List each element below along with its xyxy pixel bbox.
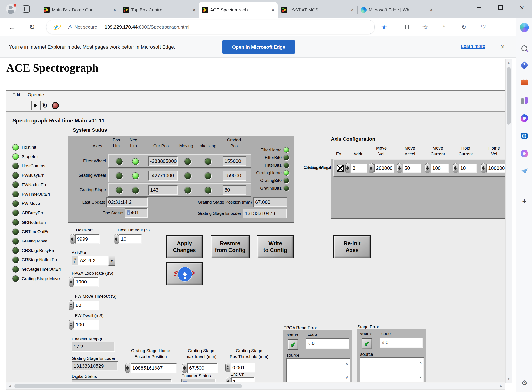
move-vel-spinner[interactable] bbox=[369, 163, 374, 173]
move-current-spinner[interactable] bbox=[425, 163, 430, 173]
tab-top-box-control[interactable]: Top Box Control × bbox=[120, 2, 199, 18]
error-source-box[interactable]: ∧ ∨ bbox=[360, 357, 424, 382]
add-sidebar-item-icon[interactable]: + bbox=[519, 196, 529, 206]
error-source-box[interactable]: ∧ ∨ bbox=[286, 358, 350, 382]
addr-field[interactable]: 3 bbox=[351, 164, 367, 173]
scroll-up-arrow[interactable]: ▲ bbox=[506, 61, 512, 64]
microsoft-365-icon[interactable] bbox=[519, 113, 529, 123]
tab-close-icon[interactable]: × bbox=[271, 7, 275, 13]
abort-button[interactable] bbox=[51, 101, 60, 110]
drop-icon[interactable] bbox=[519, 166, 529, 176]
vertical-scrollbar[interactable]: ▲ ▼ bbox=[505, 59, 512, 383]
toolbox-icon[interactable] bbox=[519, 78, 529, 88]
stop-button[interactable]: STOP bbox=[166, 262, 203, 285]
split-screen-icon[interactable] bbox=[402, 23, 410, 31]
horizontal-scrollbar-thumb[interactable] bbox=[14, 384, 242, 388]
write-to-config-button[interactable]: Write to Config bbox=[257, 235, 294, 258]
restore-from-config-button[interactable]: Restore from Config bbox=[211, 235, 250, 258]
move-accel-spinner[interactable] bbox=[397, 163, 402, 173]
apply-changes-button[interactable]: Apply Changes bbox=[166, 235, 203, 258]
banner-close-button[interactable]: × bbox=[497, 42, 508, 52]
tab-ace-spectrograph[interactable]: ACE Spectrograph × bbox=[199, 2, 278, 18]
settings-gear-icon[interactable]: ⚙ bbox=[519, 378, 529, 388]
favorite-star-icon[interactable]: ★ bbox=[380, 23, 388, 31]
axis-port-value[interactable]: ASRL2: bbox=[78, 256, 108, 266]
scroll-up-icon[interactable]: ∧ bbox=[419, 360, 422, 365]
address-bar[interactable]: e ⚠ Not secure 139.229.170.44:8000/Spect… bbox=[46, 20, 375, 34]
move-vel-field[interactable]: 200000 bbox=[374, 164, 394, 173]
scroll-down-icon[interactable]: ∨ bbox=[346, 375, 348, 380]
copilot-icon[interactable] bbox=[519, 23, 529, 33]
fpga-loop-rate-field[interactable]: 1000 bbox=[74, 277, 98, 287]
new-tab-button[interactable]: + bbox=[438, 5, 447, 14]
enc-ch-spinner[interactable] bbox=[226, 377, 231, 382]
run-continuous-button[interactable]: ↻ bbox=[40, 101, 49, 110]
shopping-icon[interactable] bbox=[519, 60, 529, 70]
host-timeout-field[interactable]: 10 bbox=[119, 234, 142, 244]
move-current-field[interactable]: 100 bbox=[431, 164, 449, 173]
games-icon[interactable] bbox=[519, 96, 529, 106]
gs-pos-threshold-spinner[interactable] bbox=[225, 363, 230, 372]
tab-close-icon[interactable]: × bbox=[193, 7, 196, 13]
tab-close-icon[interactable]: × bbox=[351, 7, 354, 13]
tab-main-box-dome[interactable]: Main Box Dome Con × bbox=[41, 2, 119, 18]
gs-home-encoder-spinner[interactable] bbox=[125, 363, 130, 373]
host-port-spinner[interactable] bbox=[70, 234, 75, 244]
run-button[interactable] bbox=[31, 101, 40, 110]
scroll-down-arrow[interactable]: ▼ bbox=[506, 377, 512, 381]
scroll-up-icon[interactable]: ∧ bbox=[346, 361, 348, 366]
browser-essentials-icon[interactable]: ♡ bbox=[479, 23, 487, 31]
tab-actions-icon[interactable] bbox=[23, 5, 30, 13]
gs-home-encoder-field[interactable]: 10885161687 bbox=[131, 363, 177, 373]
favorites-icon[interactable]: ☆ bbox=[421, 23, 429, 31]
fw-move-timeout-spinner[interactable] bbox=[69, 300, 74, 310]
en-checkbox[interactable] bbox=[337, 165, 344, 172]
error-code-field[interactable]: d0 bbox=[306, 338, 349, 348]
error-code-field[interactable]: d0 bbox=[380, 337, 423, 347]
collections-icon[interactable] bbox=[441, 23, 449, 31]
reinit-axes-button[interactable]: Re-Init Axes bbox=[333, 235, 371, 258]
learn-more-link[interactable]: Learn more bbox=[461, 43, 485, 49]
scroll-left-arrow[interactable]: ◀ bbox=[8, 384, 12, 388]
scroll-down-icon[interactable]: ∨ bbox=[419, 374, 422, 379]
security-label[interactable]: Not secure bbox=[74, 24, 97, 30]
fpga-loop-rate-spinner[interactable] bbox=[69, 277, 74, 287]
hold-current-field[interactable]: 10 bbox=[459, 164, 477, 173]
axis-port-combo[interactable]: I/O ASRL2: ▼ bbox=[72, 256, 115, 266]
gs-max-travel-field[interactable]: 67.500 bbox=[187, 363, 217, 373]
addr-spinner[interactable] bbox=[345, 163, 350, 173]
refresh-button[interactable]: ↻ bbox=[27, 22, 38, 33]
tab-microsoft-edge[interactable]: Microsoft Edge | Wh × bbox=[357, 2, 436, 18]
enc-ch-field[interactable]: 3 bbox=[231, 377, 254, 382]
vertical-scrollbar-thumb[interactable] bbox=[507, 67, 511, 125]
home-vel-spinner[interactable] bbox=[481, 163, 486, 173]
scroll-right-arrow[interactable]: ▶ bbox=[499, 384, 503, 388]
menu-operate[interactable]: Operate bbox=[28, 92, 44, 98]
fw-dwell-spinner[interactable] bbox=[69, 320, 74, 330]
fw-dwell-field[interactable]: 100 bbox=[74, 320, 99, 329]
search-icon[interactable] bbox=[519, 43, 529, 53]
hold-current-spinner[interactable] bbox=[453, 163, 458, 173]
sync-icon[interactable]: ↻ bbox=[460, 23, 468, 31]
menu-edit[interactable]: Edit bbox=[12, 92, 20, 98]
open-in-edge-button[interactable]: Open in Microsoft Edge bbox=[222, 40, 295, 54]
host-timeout-spinner[interactable] bbox=[114, 234, 119, 244]
error-status-check[interactable]: ✔ bbox=[288, 339, 298, 350]
close-window-button[interactable]: × bbox=[514, 0, 529, 14]
error-status-check[interactable]: ✔ bbox=[361, 338, 372, 349]
tab-lsst-at-mcs[interactable]: LSST AT MCS × bbox=[278, 2, 357, 18]
outlook-icon[interactable] bbox=[519, 131, 529, 141]
tab-close-icon[interactable]: × bbox=[113, 7, 116, 13]
maximize-button[interactable] bbox=[493, 0, 508, 14]
settings-more-icon[interactable]: ··· bbox=[499, 23, 507, 31]
tab-close-icon[interactable]: × bbox=[430, 7, 433, 13]
move-accel-field[interactable]: 50 bbox=[403, 164, 421, 173]
gs-max-travel-spinner[interactable] bbox=[182, 363, 187, 373]
fw-move-timeout-field[interactable]: 60 bbox=[74, 301, 99, 310]
minimize-button[interactable] bbox=[472, 0, 486, 14]
home-vel-field[interactable]: 100000 bbox=[486, 164, 505, 173]
horizontal-scrollbar[interactable]: ◀ ▶ bbox=[6, 383, 505, 390]
designer-icon[interactable] bbox=[519, 149, 529, 159]
dropdown-arrow-icon[interactable]: ▼ bbox=[108, 256, 115, 266]
not-secure-warning-icon[interactable]: ⚠ bbox=[68, 24, 73, 30]
